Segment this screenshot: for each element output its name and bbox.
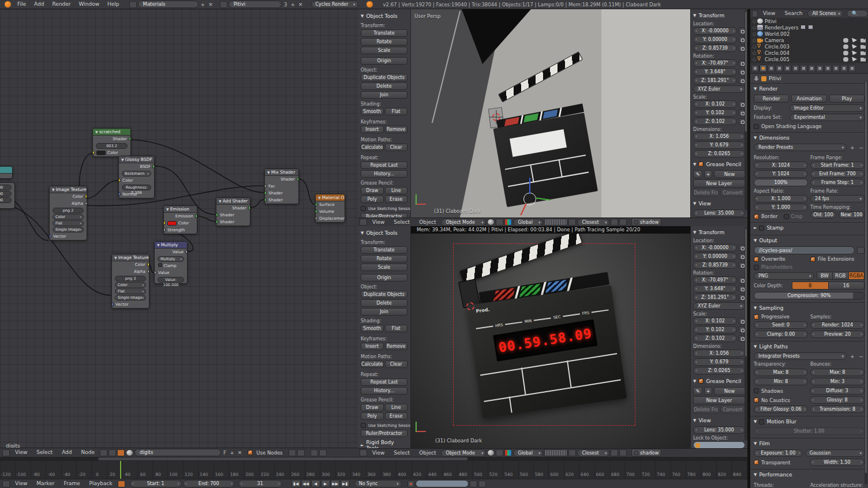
lock-icon[interactable] <box>739 253 745 260</box>
layers-widget[interactable] <box>544 219 567 226</box>
manipulator-icon[interactable] <box>504 449 512 456</box>
use-nodes-checkbox[interactable] <box>248 450 253 455</box>
rotation-y[interactable]: Y: 3.648° <box>693 68 737 76</box>
frame-rate-select[interactable]: 24 fps <box>810 195 865 202</box>
lock-icon[interactable] <box>739 69 745 75</box>
roughness-field[interactable]: Roughness: 0.106 <box>122 185 151 190</box>
object-context-icon[interactable] <box>117 449 125 456</box>
shader-input-socket[interactable] <box>216 213 218 217</box>
add-gp-button[interactable]: + <box>704 170 712 178</box>
gp-erase-button[interactable]: Erase <box>385 412 408 420</box>
jump-end-button[interactable]: ▶▮ <box>341 480 350 487</box>
lock-icon[interactable] <box>739 45 745 51</box>
unlink-material-button[interactable]: ✕ <box>237 450 244 456</box>
value-output-socket[interactable] <box>185 250 187 254</box>
render-engine-select[interactable]: Cycles Render <box>311 1 358 8</box>
current-frame-field[interactable]: 31 <box>238 480 282 487</box>
delete-layout-button[interactable]: ✕ <box>207 2 214 7</box>
osl-checkbox[interactable] <box>754 124 759 129</box>
menu-view[interactable]: View <box>368 449 388 457</box>
editor-type-icon[interactable] <box>360 219 367 226</box>
rigid-body-tools-panel[interactable]: ►Rigid Body Tools <box>361 441 407 448</box>
viewport-rendered[interactable]: Prod. HRS MIN SEC FRS 00.59.58.09 <box>411 234 690 448</box>
selectability-icon[interactable] <box>852 51 857 55</box>
new-layer-button[interactable]: New Layer <box>693 179 745 187</box>
dimension-x[interactable]: X: 1.056 <box>693 350 745 357</box>
flat-button[interactable]: Flat <box>385 108 408 115</box>
renderability-icon[interactable] <box>860 44 866 49</box>
motion-blur-checkbox[interactable] <box>759 419 764 425</box>
delete-button[interactable]: Delete <box>361 299 407 307</box>
scale-x[interactable]: X: 0.102 <box>693 317 737 325</box>
color-input-socket[interactable] <box>93 151 95 155</box>
node-partial[interactable] <box>0 166 13 179</box>
ruler-protractor-button[interactable]: Ruler/Protractor <box>361 430 407 437</box>
next-keyframe-button[interactable]: ▶▶ <box>331 480 340 487</box>
depth-8-button[interactable]: 8 <box>792 281 829 290</box>
location-x[interactable]: X: -0.00000 <box>693 27 737 35</box>
transform-panel-title[interactable]: ▼Transform <box>693 228 745 237</box>
remove-preset-button[interactable]: − <box>858 145 865 151</box>
layers-widget[interactable] <box>544 449 567 456</box>
seed-field[interactable]: Seed: 0 <box>754 321 808 329</box>
remap-new[interactable]: New: 100 <box>839 211 865 219</box>
join-button[interactable]: Join <box>361 91 407 99</box>
normal-input-socket[interactable] <box>119 192 121 196</box>
lock-icon[interactable] <box>739 245 745 251</box>
history-button[interactable]: History... <box>361 170 407 178</box>
lock-icon[interactable] <box>739 28 745 34</box>
translate-gizmo[interactable] <box>515 178 540 210</box>
grease-pencil-checkbox[interactable] <box>698 378 704 384</box>
material-name-field[interactable]: digits <box>134 449 221 456</box>
transparency-min[interactable]: Min: 8 <box>754 378 808 385</box>
file-format-select[interactable]: PNG <box>754 272 814 280</box>
menu-add[interactable]: Add <box>30 0 48 9</box>
shading-mode-icon[interactable] <box>487 219 495 226</box>
bounces-max[interactable]: Max: 8 <box>810 369 865 376</box>
rotation-z[interactable]: Z: 181.291° <box>693 77 737 84</box>
scale-y[interactable]: Y: 0.102 <box>693 109 737 117</box>
aspect-y[interactable]: Y: 1.000 <box>754 204 808 211</box>
mode-select[interactable]: Object Mode <box>441 219 486 226</box>
visibility-icon[interactable] <box>843 44 848 49</box>
value-input-socket[interactable] <box>155 271 156 275</box>
rotation-mode-select[interactable]: XYZ Euler <box>693 85 745 93</box>
gp-line-button[interactable]: Line <box>385 187 408 194</box>
lens-field[interactable]: Lens: 35.000 <box>693 209 745 217</box>
display-mode-select[interactable]: All Scenes <box>807 10 843 17</box>
gp-draw-button[interactable]: Draw <box>361 404 384 411</box>
lock-icon[interactable] <box>739 110 745 116</box>
grease-pencil-panel-title[interactable]: ▼Grease Pencil <box>693 160 745 168</box>
selectability-icon[interactable] <box>852 57 857 62</box>
insert-keyframe-icon[interactable] <box>470 481 477 487</box>
blender-icon[interactable] <box>5 1 11 7</box>
view-panel-title[interactable]: ▼View <box>693 416 745 425</box>
visibility-icon[interactable] <box>843 51 848 55</box>
origin-button[interactable]: Origin <box>361 57 407 65</box>
sketching-sessions-checkbox[interactable] <box>361 423 366 428</box>
transmission-bounces[interactable]: Transmission: 8 <box>810 406 865 413</box>
shadow-button[interactable]: shadow <box>631 218 661 226</box>
color-space-select[interactable]: Color <box>115 282 146 288</box>
smooth-button[interactable]: Smooth <box>361 108 384 115</box>
color-space-select[interactable]: Color <box>53 214 84 220</box>
menu-frame[interactable]: Frame <box>59 479 84 488</box>
end-frame-field[interactable]: End: 700 <box>183 480 235 487</box>
transparency-max[interactable]: Max: 8 <box>754 369 808 376</box>
transform-panel-title[interactable]: ▼Transform <box>693 11 745 20</box>
pivot-point-icon[interactable] <box>496 219 503 226</box>
render-samples-field[interactable]: Render: 1024 <box>810 321 865 329</box>
properties-tab[interactable] <box>776 65 783 72</box>
value-field[interactable]: 1.00 <box>0 185 12 190</box>
location-y[interactable]: Y: 0.00000 <box>693 36 737 43</box>
shader-input-socket[interactable] <box>265 198 267 202</box>
properties-tab[interactable] <box>768 65 775 72</box>
prev-keyframe-button[interactable]: ◀◀ <box>301 480 310 487</box>
search-input[interactable]: 🔍 <box>847 10 868 17</box>
properties-tab[interactable] <box>824 65 832 72</box>
grease-pencil-panel-title[interactable]: ▼Grease Pencil <box>693 377 745 385</box>
alpha-output-socket[interactable] <box>147 269 149 273</box>
color-input-socket[interactable] <box>164 221 166 225</box>
projection-select[interactable]: Flat <box>53 220 84 226</box>
properties-tab[interactable] <box>792 65 799 72</box>
